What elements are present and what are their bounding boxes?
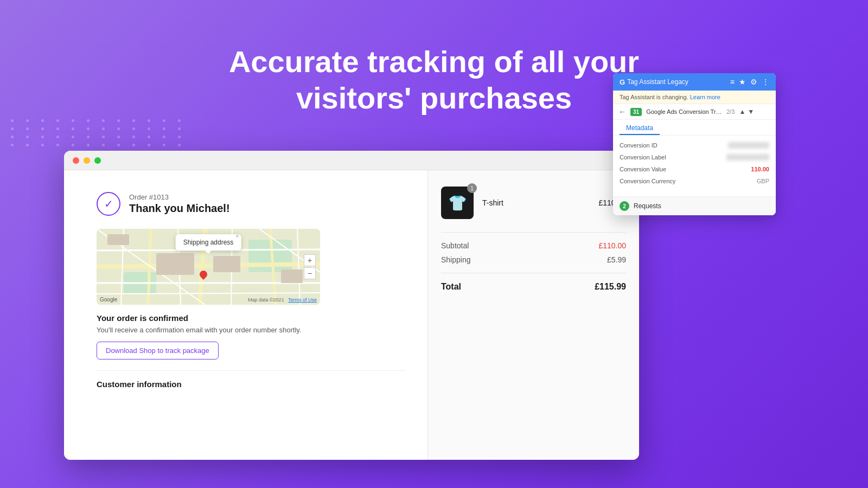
map-location-marker: [200, 271, 208, 279]
star-icon[interactable]: ★: [739, 78, 746, 86]
tag-assistant-header: G Tag Assistant Legacy ≡ ★ ⚙ ⋮: [613, 73, 776, 91]
check-circle-icon: [97, 192, 120, 216]
map-google-logo: Google: [100, 297, 117, 303]
svg-rect-18: [281, 269, 303, 283]
tag-header-icons: ≡ ★ ⚙ ⋮: [730, 78, 769, 86]
more-icon[interactable]: ⋮: [762, 78, 769, 86]
svg-rect-17: [213, 256, 240, 272]
conversion-id-label: Conversion ID: [620, 142, 728, 149]
map-zoom-in-btn[interactable]: +: [304, 254, 316, 266]
tag-green-badge: 31: [630, 108, 642, 116]
customer-info-header: Customer information: [97, 370, 406, 389]
order-divider: [441, 232, 626, 233]
order-header: Order #1013 Thank you Michael!: [97, 192, 406, 216]
conversion-value-row: Conversion Value 110.00: [620, 166, 769, 172]
map-zoom-out-btn[interactable]: −: [304, 267, 316, 279]
browser-titlebar: [64, 151, 639, 170]
total-value: £115.99: [595, 282, 626, 292]
tag-nav-arrows: ▲ ▼: [739, 108, 754, 115]
tag-metadata-section: Conversion ID AW-123456789 Conversion La…: [613, 136, 776, 196]
total-line: Total £115.99: [441, 273, 626, 292]
shipping-label: Shipping: [441, 255, 471, 264]
decorative-dots: [11, 119, 188, 146]
conversion-value: 110.00: [751, 166, 769, 172]
download-shop-button[interactable]: Download Shop to track package: [97, 342, 219, 359]
svg-rect-19: [107, 234, 129, 245]
tag-assistant-title: G Tag Assistant Legacy: [620, 78, 688, 86]
conversion-currency-label: Conversion Currency: [620, 178, 757, 184]
conversion-label-value: abcdefghijklmno: [726, 154, 770, 160]
map-copyright: Map data ©2021 Terms of Use: [248, 297, 317, 303]
svg-rect-16: [156, 253, 194, 275]
tag-tabs: Metadata: [613, 120, 776, 136]
product-quantity-badge: 1: [467, 183, 477, 193]
shipping-line: Shipping £5.99: [441, 255, 626, 264]
thank-you-text: Thank you Michael!: [129, 202, 230, 215]
map-popup-close-btn[interactable]: ×: [236, 233, 239, 239]
map-shipping-popup: × Shipping address: [176, 234, 241, 251]
product-image-wrapper: 👕 1: [441, 187, 474, 219]
tag-learn-more-link[interactable]: Learn more: [690, 94, 720, 100]
browser-minimize-btn[interactable]: [84, 157, 90, 164]
subtotal-line: Subtotal £110.00: [441, 241, 626, 250]
conversion-label-row: Conversion Label abcdefghijklmno: [620, 154, 769, 160]
conversion-id-row: Conversion ID AW-123456789: [620, 142, 769, 149]
product-name: T-shirt: [482, 198, 590, 207]
subtotal-value: £110.00: [598, 241, 626, 250]
map-background: × Shipping address + − Google Map data ©…: [97, 229, 320, 305]
tag-assistant-panel: G Tag Assistant Legacy ≡ ★ ⚙ ⋮ Tag Assis…: [613, 73, 776, 215]
browser-maximize-btn[interactable]: [94, 157, 101, 164]
tshirt-icon: 👕: [448, 194, 467, 212]
product-row: 👕 1 T-shirt £110.00: [441, 187, 626, 219]
conversion-id-value: AW-123456789: [728, 142, 769, 149]
browser-window: Order #1013 Thank you Michael!: [64, 151, 639, 460]
svg-line-3: [97, 264, 320, 267]
browser-close-btn[interactable]: [73, 157, 79, 164]
shipping-value: £5.99: [607, 255, 626, 264]
gear-icon[interactable]: ⚙: [750, 78, 757, 86]
tag-assistant-title-text: Tag Assistant Legacy: [627, 78, 688, 86]
back-arrow-icon[interactable]: ←: [618, 107, 626, 116]
conversion-currency-value: GBP: [757, 178, 769, 184]
filter-icon[interactable]: ≡: [730, 78, 735, 86]
tag-changing-bar: Tag Assistant is changing. Learn more: [613, 91, 776, 104]
tag-changing-text: Tag Assistant is changing.: [620, 94, 688, 100]
confirmed-title: Your order is confirmed: [97, 313, 406, 323]
conversion-currency-row: Conversion Currency GBP: [620, 178, 769, 184]
map-zoom-controls: + −: [304, 254, 316, 279]
subtotal-label: Subtotal: [441, 241, 469, 250]
order-number: Order #1013: [129, 193, 230, 201]
total-label: Total: [441, 282, 461, 292]
nav-up-arrow[interactable]: ▲: [739, 108, 745, 115]
tag-nav-label: Google Ads Conversion Tracking: [646, 108, 722, 115]
browser-content: Order #1013 Thank you Michael!: [64, 170, 639, 460]
tag-nav: ← 31 Google Ads Conversion Tracking 2/3 …: [613, 104, 776, 120]
nav-down-arrow[interactable]: ▼: [748, 108, 754, 115]
requests-label: Requests: [634, 202, 661, 210]
order-confirmed-section: Your order is confirmed You'll receive a…: [97, 313, 406, 359]
conversion-label-label: Conversion Label: [620, 154, 726, 160]
order-info: Order #1013 Thank you Michael!: [129, 193, 230, 215]
tag-nav-pages: 2/3: [726, 108, 735, 115]
tag-footer: 2 Requests: [613, 196, 776, 215]
requests-count-badge: 2: [620, 201, 629, 211]
store-panel: Order #1013 Thank you Michael!: [64, 170, 427, 460]
order-summary-panel: 👕 1 T-shirt £110.00 Subtotal £110.00 Shi…: [427, 170, 639, 460]
map-container: × Shipping address + − Google Map data ©…: [97, 229, 320, 305]
google-g-letter: G: [620, 78, 625, 86]
confirmed-subtitle: You'll receive a confirmation email with…: [97, 326, 406, 334]
map-popup-label: Shipping address: [183, 239, 234, 246]
tab-metadata[interactable]: Metadata: [620, 120, 660, 135]
conversion-value-label: Conversion Value: [620, 166, 751, 172]
